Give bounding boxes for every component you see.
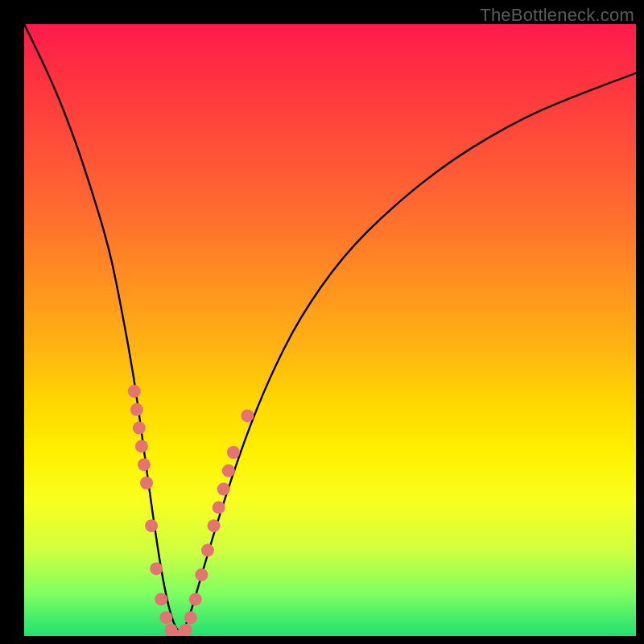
- curve-marker: [145, 519, 158, 532]
- curve-marker: [135, 440, 148, 452]
- curve-marker: [222, 464, 235, 477]
- curve-marker: [128, 385, 141, 398]
- watermark-text: TheBottleneck.com: [480, 5, 634, 26]
- curve-marker: [133, 422, 146, 435]
- curve-marker: [130, 403, 143, 416]
- curve-marker: [241, 409, 254, 422]
- curve-marker: [189, 592, 202, 605]
- curve-marker: [227, 446, 240, 459]
- bottleneck-curve: [24, 24, 636, 631]
- chart-svg: [24, 24, 636, 636]
- curve-marker: [155, 592, 167, 605]
- plot-area: [24, 24, 636, 636]
- curve-marker: [217, 483, 230, 496]
- chart-frame: TheBottleneck.com: [0, 0, 644, 644]
- curve-marker: [201, 544, 214, 557]
- curve-markers: [128, 385, 254, 636]
- curve-marker: [150, 562, 163, 575]
- curve-marker: [208, 519, 221, 532]
- curve-marker: [184, 611, 197, 624]
- curve-marker: [140, 477, 153, 489]
- curve-marker: [180, 623, 192, 636]
- curve-marker: [159, 611, 172, 624]
- curve-marker: [138, 458, 151, 471]
- curve-marker: [195, 568, 208, 581]
- curve-marker: [213, 501, 225, 514]
